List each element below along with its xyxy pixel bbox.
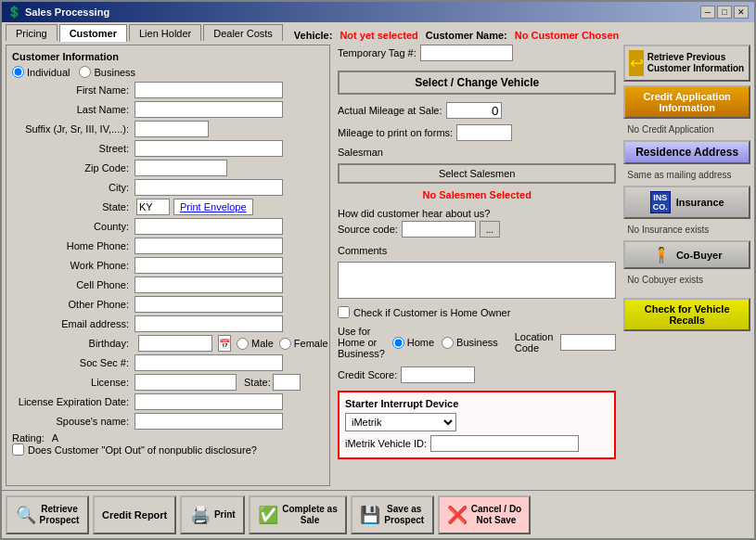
rating-value: A bbox=[52, 432, 58, 444]
insurance-button[interactable]: INSCO. Insurance bbox=[623, 186, 750, 219]
select-vehicle-button[interactable]: Select / Change Vehicle bbox=[338, 71, 616, 95]
retrieve-prev-icon: ↩ bbox=[629, 50, 643, 76]
street-input[interactable] bbox=[135, 140, 283, 157]
business-use-label[interactable]: Business bbox=[442, 337, 498, 349]
female-radio[interactable] bbox=[279, 338, 291, 350]
individual-radio[interactable] bbox=[12, 66, 24, 78]
temp-tag-label: Temporary Tag #: bbox=[338, 47, 416, 58]
temp-tag-row: Temporary Tag #: bbox=[338, 45, 616, 61]
save-as-prospect-button[interactable]: 💾 Save as Prospect bbox=[351, 495, 434, 534]
email-input[interactable] bbox=[135, 315, 283, 332]
opt-out-label: Does Customer "Opt Out" of nonpublic dis… bbox=[28, 444, 257, 456]
cancel-icon: ❌ bbox=[447, 505, 468, 525]
save-label: Save as Prospect bbox=[384, 504, 424, 526]
use-for-label: Use for Home or Business? bbox=[338, 326, 385, 359]
female-radio-label[interactable]: Female bbox=[279, 338, 328, 350]
close-button[interactable]: ✕ bbox=[734, 6, 749, 19]
home-phone-input[interactable] bbox=[135, 238, 283, 254]
no-cobuyer-text: No Cobuyer exists bbox=[623, 273, 750, 287]
cobuyer-button[interactable]: 🧍 Co-Buyer bbox=[623, 240, 750, 269]
source-input[interactable] bbox=[402, 221, 476, 238]
window-title: Sales Processing bbox=[25, 6, 109, 18]
vehicle-recalls-button[interactable]: Check for Vehicle Recalls bbox=[623, 298, 750, 331]
license-label: License: bbox=[12, 377, 133, 388]
credit-report-button[interactable]: Credit Report bbox=[93, 495, 176, 534]
main-content: Customer Information Individual Business… bbox=[2, 41, 754, 490]
county-label: County: bbox=[12, 221, 133, 232]
home-use-label[interactable]: Home bbox=[392, 337, 434, 349]
starter-id-input[interactable] bbox=[430, 435, 579, 452]
first-name-label: First Name: bbox=[12, 84, 133, 96]
county-row: County: bbox=[12, 218, 324, 235]
starter-device-select[interactable]: iMetrik bbox=[345, 413, 456, 431]
source-browse-button[interactable]: ... bbox=[480, 221, 500, 238]
cancel-button[interactable]: ❌ Cancel / Do Not Save bbox=[438, 495, 531, 534]
print-button[interactable]: 🖨️ Print bbox=[180, 495, 245, 534]
customer-type-group: Individual Business bbox=[12, 66, 324, 78]
homeowner-checkbox[interactable] bbox=[338, 306, 350, 318]
work-phone-input[interactable] bbox=[135, 257, 283, 274]
male-radio[interactable] bbox=[237, 338, 249, 350]
license-state-input[interactable] bbox=[273, 374, 301, 391]
complete-as-sale-button[interactable]: ✅ Complete as Sale bbox=[249, 495, 346, 534]
credit-score-input[interactable] bbox=[401, 366, 475, 383]
comments-textarea[interactable] bbox=[338, 262, 616, 299]
last-name-input[interactable] bbox=[135, 101, 283, 118]
actual-mileage-input[interactable] bbox=[446, 102, 502, 119]
tab-customer[interactable]: Customer bbox=[59, 24, 127, 42]
starter-id-row: iMetrik Vehicle ID: bbox=[345, 435, 609, 452]
soc-sec-input[interactable] bbox=[135, 354, 283, 371]
state-input[interactable] bbox=[136, 199, 170, 215]
suffix-input[interactable] bbox=[135, 121, 209, 137]
vehicle-bar: Vehicle: Not yet selected Customer Name:… bbox=[294, 30, 619, 41]
license-input[interactable] bbox=[135, 374, 237, 391]
first-name-input[interactable] bbox=[135, 82, 283, 98]
tab-lien-holder[interactable]: Lien Holder bbox=[129, 24, 201, 42]
mileage-print-label: Mileage to print on forms: bbox=[338, 127, 453, 138]
residence-address-button[interactable]: Residence Address bbox=[623, 140, 750, 164]
use-for-row: Use for Home or Business? Home Business … bbox=[338, 326, 616, 359]
cell-phone-input[interactable] bbox=[135, 276, 283, 293]
maximize-button[interactable]: □ bbox=[717, 6, 732, 19]
spouses-input[interactable] bbox=[135, 413, 283, 430]
mileage-print-input[interactable] bbox=[456, 124, 512, 141]
other-phone-input[interactable] bbox=[135, 296, 283, 313]
retrieve-previous-button[interactable]: ↩ Retrieve Previous Customer Information bbox=[623, 45, 750, 82]
cell-phone-row: Cell Phone: bbox=[12, 276, 324, 293]
opt-out-checkbox[interactable] bbox=[12, 444, 24, 456]
temp-tag-input[interactable] bbox=[420, 45, 513, 61]
business-radio[interactable] bbox=[79, 66, 91, 78]
tab-dealer-costs[interactable]: Dealer Costs bbox=[203, 24, 283, 42]
work-phone-row: Work Phone: bbox=[12, 257, 324, 274]
work-phone-label: Work Phone: bbox=[12, 260, 133, 271]
retrieve-prospect-button[interactable]: 🔍 Retrieve Prospect bbox=[6, 495, 89, 534]
select-salesman-button[interactable]: Select Salesmen bbox=[338, 163, 616, 184]
minimize-button[interactable]: ─ bbox=[700, 6, 715, 19]
same-mailing-text: Same as mailing address bbox=[623, 168, 750, 182]
complete-label: Complete as Sale bbox=[282, 504, 337, 526]
business-radio-label[interactable]: Business bbox=[79, 66, 135, 78]
tab-pricing[interactable]: Pricing bbox=[6, 24, 58, 42]
home-use-radio[interactable] bbox=[392, 337, 404, 349]
credit-application-button[interactable]: Credit Application Information bbox=[623, 85, 750, 119]
retrieve-prospect-icon: 🔍 bbox=[16, 505, 36, 525]
location-code-input[interactable] bbox=[560, 334, 616, 351]
customer-name-value: No Customer Chosen bbox=[515, 30, 619, 41]
print-icon: 🖨️ bbox=[190, 505, 211, 525]
male-radio-label[interactable]: Male bbox=[237, 338, 274, 350]
business-use-radio[interactable] bbox=[442, 337, 454, 349]
city-label: City: bbox=[12, 182, 133, 193]
birthday-input[interactable] bbox=[138, 335, 212, 352]
no-insurance-text: No Insurance exists bbox=[623, 223, 750, 237]
license-exp-input[interactable] bbox=[135, 393, 283, 410]
title-bar: 💲 Sales Processing ─ □ ✕ bbox=[2, 2, 754, 22]
state-row: State: Print Envelope bbox=[12, 199, 324, 215]
county-input[interactable] bbox=[135, 218, 283, 235]
city-input[interactable] bbox=[135, 179, 283, 196]
calendar-icon[interactable]: 📅 bbox=[218, 335, 231, 352]
zip-input[interactable] bbox=[135, 160, 227, 176]
individual-radio-label[interactable]: Individual bbox=[12, 66, 70, 78]
street-label: Street: bbox=[12, 143, 133, 154]
bottom-bar: 🔍 Retrieve Prospect Credit Report 🖨️ Pri… bbox=[2, 490, 754, 538]
print-envelope-button[interactable]: Print Envelope bbox=[173, 199, 253, 215]
